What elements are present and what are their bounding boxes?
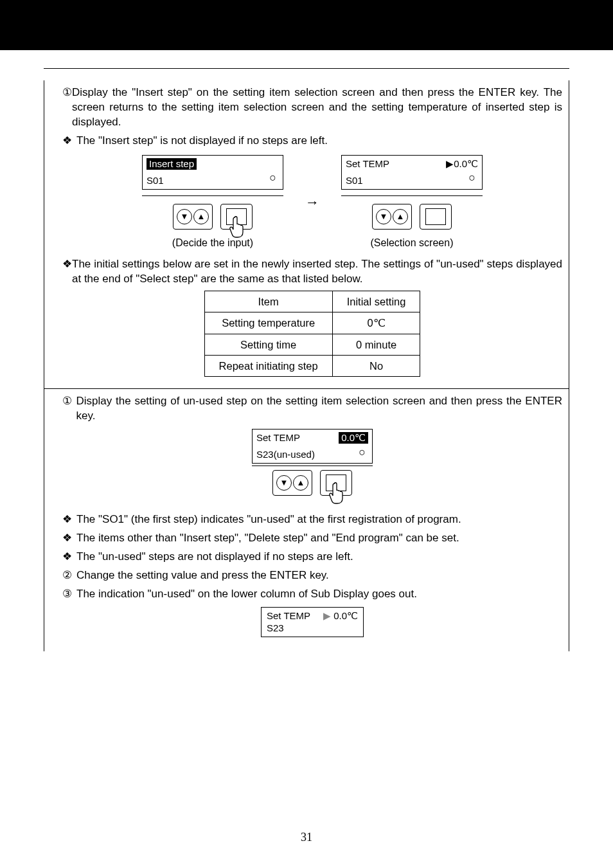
initial-settings-table: Item Initial setting Setting temperature… bbox=[204, 291, 421, 377]
screen-selection: Set TEMP ▶0.0℃ S01 ○ bbox=[341, 155, 483, 190]
diagram-single: Set TEMP 0.0℃ S23(un-used) ○ ▼ ▲ bbox=[62, 429, 562, 507]
note: The "un-used" steps are not displayed if… bbox=[76, 550, 353, 565]
td: 0 minute bbox=[332, 334, 420, 355]
screen-line1-left: Set TEMP bbox=[346, 158, 389, 170]
note: The initial settings below are set in th… bbox=[72, 257, 562, 287]
up-arrow-icon: ▲ bbox=[193, 209, 209, 224]
enter-icon bbox=[425, 208, 446, 225]
diagram-result: Set TEMP ▶ 0.0℃ S23 bbox=[62, 607, 562, 638]
list-marker: ① bbox=[62, 86, 72, 130]
screen-insert-step: Insert step S01 ○ bbox=[142, 155, 283, 190]
led-icon: ○ bbox=[468, 171, 475, 185]
table-row: Setting time 0 minute bbox=[204, 334, 420, 355]
note: The "Insert step" is not displayed if no… bbox=[76, 134, 328, 149]
enter-button bbox=[420, 204, 452, 230]
underline bbox=[252, 466, 373, 466]
up-down-button: ▼ ▲ bbox=[173, 204, 213, 230]
underline bbox=[142, 195, 283, 196]
td: Setting temperature bbox=[204, 312, 332, 334]
list-marker: ❖ bbox=[62, 257, 72, 287]
list-marker: ❖ bbox=[62, 134, 76, 149]
arrow-right-icon: → bbox=[305, 193, 319, 212]
table-row: Item Initial setting bbox=[204, 291, 420, 312]
screen-line2: S01 bbox=[147, 175, 279, 186]
td: Setting time bbox=[204, 334, 332, 355]
underline bbox=[341, 195, 483, 196]
led-icon: ○ bbox=[269, 171, 276, 185]
pointer-hand-icon bbox=[325, 480, 351, 506]
up-arrow-icon: ▲ bbox=[293, 475, 308, 491]
down-arrow-icon: ▼ bbox=[276, 475, 292, 491]
panel-left: Insert step S01 ○ ▼ ▲ bbox=[142, 155, 283, 250]
up-arrow-icon: ▲ bbox=[393, 209, 408, 224]
led-icon: ○ bbox=[359, 446, 366, 460]
down-arrow-icon: ▼ bbox=[376, 209, 391, 224]
section-insert-step: ① Display the "Insert step" on the setti… bbox=[44, 80, 569, 388]
table-row: Repeat initiating step No bbox=[204, 356, 420, 377]
down-arrow-icon: ▼ bbox=[177, 209, 192, 224]
para: Display the setting of un-used step on t… bbox=[76, 394, 562, 424]
button-row: ▼ ▲ bbox=[272, 470, 352, 496]
screen-line1-left: Set TEMP bbox=[267, 610, 310, 622]
para: The indication "un-used" on the lower co… bbox=[76, 587, 417, 602]
label-inverse: 0.0℃ bbox=[339, 432, 368, 444]
label-inverse: Insert step bbox=[147, 158, 197, 170]
pointer-hand-icon bbox=[226, 214, 251, 240]
list-marker: ② bbox=[62, 568, 76, 583]
list-marker: ❖ bbox=[62, 512, 76, 527]
para: Display the "Insert step" on the setting… bbox=[72, 86, 562, 130]
note: The items other than "Insert step", "Del… bbox=[76, 531, 459, 546]
button-row: ▼ ▲ bbox=[372, 204, 452, 230]
page-number: 31 bbox=[0, 829, 613, 845]
list-marker: ③ bbox=[62, 587, 76, 602]
section-unused-step: ① Display the setting of un-used step on… bbox=[44, 388, 569, 651]
screen-line2: S23 bbox=[267, 622, 358, 635]
note: The "SO1" (the first step) indicates "un… bbox=[76, 512, 461, 527]
screen-line2: S01 bbox=[346, 175, 478, 186]
panel-right: Set TEMP ▶0.0℃ S01 ○ ▼ ▲ (Select bbox=[341, 155, 483, 250]
table-row: Setting temperature 0℃ bbox=[204, 312, 420, 334]
th: Item bbox=[204, 291, 332, 312]
header-band bbox=[0, 0, 613, 50]
screen-unused: Set TEMP 0.0℃ S23(un-used) ○ bbox=[252, 429, 373, 464]
list-marker: ❖ bbox=[62, 531, 76, 546]
td: No bbox=[332, 356, 420, 377]
up-down-button: ▼ ▲ bbox=[272, 470, 312, 496]
list-marker: ❖ bbox=[62, 550, 76, 565]
up-down-button: ▼ ▲ bbox=[372, 204, 412, 230]
divider bbox=[44, 68, 569, 69]
content-frame: ① Display the "Insert step" on the setti… bbox=[44, 80, 569, 651]
screen-line1-left: Set TEMP bbox=[256, 432, 300, 444]
screen-result: Set TEMP ▶ 0.0℃ S23 bbox=[261, 607, 364, 638]
button-row: ▼ ▲ bbox=[173, 204, 253, 230]
screen-line2: S23(un-used) bbox=[256, 449, 368, 460]
screen-line1-right: ▶0.0℃ bbox=[446, 158, 478, 170]
td: Repeat initiating step bbox=[204, 356, 332, 377]
list-marker: ① bbox=[62, 394, 76, 424]
screen-line1-right: ▶ 0.0℃ bbox=[323, 610, 358, 622]
caption-right: (Selection screen) bbox=[371, 236, 454, 250]
diagram-screens: Insert step S01 ○ ▼ ▲ bbox=[62, 155, 562, 250]
th: Initial setting bbox=[332, 291, 420, 312]
para: Change the setting value and press the E… bbox=[76, 568, 329, 583]
td: 0℃ bbox=[332, 312, 420, 334]
